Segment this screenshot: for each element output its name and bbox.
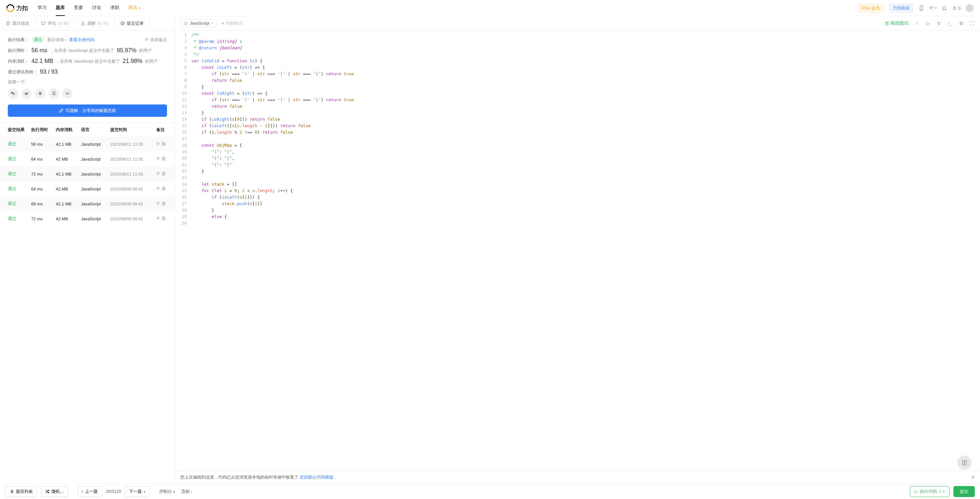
tab-description[interactable]: 题目描述 (0, 16, 35, 30)
editor-toolbar: JavaScript ▾ 智能模式 模拟面试 i ▷ ↻ ›_ ⚙ ⛶ (175, 16, 980, 30)
play-icon[interactable]: ▷ (926, 21, 931, 26)
reset-icon[interactable]: ↻ (937, 21, 942, 26)
cell-memory: 42.1 MB (56, 142, 81, 147)
run-button[interactable]: ▷ 执行代码 ▾ (910, 486, 950, 497)
cell-note[interactable]: 添 (156, 141, 167, 147)
nav-store[interactable]: 商店▾ (129, 0, 140, 16)
table-row[interactable]: 通过56 ms42.1 MBJavaScript2023/06/11 11:35… (0, 137, 175, 151)
flag-icon (156, 172, 160, 176)
add-note-button[interactable]: 添加备注 (145, 37, 167, 43)
code-editor[interactable]: 1/**2 * @param {string} s3 * @return {bo… (175, 30, 980, 471)
shuffle-icon (45, 489, 49, 494)
tab-submissions[interactable]: 提交记录 (115, 16, 150, 30)
info-icon (184, 21, 188, 25)
table-row[interactable]: 通过72 ms42 MBJavaScript2023/06/09 08:41添 (0, 211, 175, 226)
footer: 题目列表 随机... ‹ 上一题 20/3120 下一题 › 控制台 ▴ 贡献 … (0, 483, 980, 499)
table-row[interactable]: 通过68 ms42.1 MBJavaScript2023/06/09 08:41… (0, 196, 175, 211)
comment-icon (41, 21, 46, 26)
cell-note[interactable]: 添 (156, 216, 167, 222)
table-header: 提交结果 执行用时 内存消耗 语言 提交时间 备注 (0, 123, 175, 137)
problem-tabs: 题目描述 评论 (5.3k) 题解 (9.7k) 提交记录 (0, 16, 175, 30)
left-scroll[interactable]: 执行结果： 通过 显示详情 › 查看示例代码 添加备注 执行用时： 56 ms … (0, 30, 175, 483)
mock-interview-button[interactable]: 模拟面试 (885, 21, 908, 26)
share-label: 炫耀一下: (8, 79, 167, 85)
qq-icon[interactable] (35, 88, 45, 99)
next-button[interactable]: 下一题 › (125, 486, 149, 497)
cell-note[interactable]: 添 (156, 186, 167, 192)
nav-contest[interactable]: 竞赛 (74, 0, 83, 16)
smart-mode[interactable]: 智能模式 (222, 21, 243, 26)
linkedin-icon[interactable]: in (62, 88, 73, 99)
info-icon[interactable]: i (915, 21, 920, 26)
console-tab[interactable]: 控制台 ▴ (159, 489, 175, 494)
notes-fab[interactable] (957, 456, 972, 470)
memory-pct: 21.98% (123, 58, 142, 65)
cell-lang: JavaScript (81, 217, 110, 221)
table-row[interactable]: 通过64 ms42 MBJavaScript2023/06/11 11:35添 (0, 151, 175, 166)
runtime-pct: 95.97% (117, 47, 137, 54)
svg-point-1 (921, 10, 922, 10)
problem-list-button[interactable]: 题目列表 (5, 486, 37, 497)
contribute-tab[interactable]: 贡献 i (181, 489, 192, 494)
cell-result[interactable]: 通过 (8, 171, 31, 177)
language-switch[interactable]: 中 ▾ (929, 5, 937, 11)
restore-bar: 您上次编辑到这里，代码已从您浏览器本地的临时存储中恢复了 还原默认代码模版 ✕ (175, 471, 980, 483)
right-panel: JavaScript ▾ 智能模式 模拟面试 i ▷ ↻ ›_ ⚙ ⛶ 1/**… (175, 16, 980, 483)
fullscreen-icon[interactable]: ⛶ (970, 21, 975, 26)
tab-solutions[interactable]: 题解 (9.7k) (75, 16, 115, 30)
chevron-down-icon: ▾ (212, 21, 213, 25)
nav-jobs[interactable]: 求职 (110, 0, 119, 16)
cell-memory: 42.1 MB (56, 172, 81, 177)
logo[interactable]: 力扣 (6, 4, 28, 12)
tab-comments[interactable]: 评论 (5.3k) (35, 16, 75, 30)
flag-icon (156, 217, 160, 221)
svg-point-6 (25, 92, 28, 95)
bell-icon[interactable] (942, 5, 947, 11)
douban-icon[interactable]: 豆 (49, 88, 59, 99)
terminal-icon[interactable]: ›_ (948, 21, 953, 26)
cell-lang: JavaScript (81, 157, 110, 161)
cell-note[interactable]: 添 (156, 171, 167, 177)
cell-note[interactable]: 添 (156, 156, 167, 162)
interview-button[interactable]: 力扣面试 (889, 3, 913, 13)
write-solution-button[interactable]: 写题解，分享我的解题思路 (8, 104, 167, 117)
restore-link[interactable]: 还原默认代码模版 (300, 474, 333, 480)
runtime-value: 56 ms (32, 47, 47, 54)
nav-links: 学习 题库 竞赛 讨论 求职 商店▾ (38, 0, 140, 16)
fire-counter[interactable]: 0 (952, 5, 961, 11)
nav-study[interactable]: 学习 (38, 0, 47, 16)
logo-icon (5, 3, 16, 14)
wechat-icon[interactable] (8, 88, 18, 99)
cell-result[interactable]: 通过 (8, 141, 31, 147)
avatar[interactable] (966, 4, 974, 12)
table-row[interactable]: 通过72 ms42.1 MBJavaScript2023/06/11 11:35… (0, 166, 175, 181)
prev-button[interactable]: ‹ 上一题 (78, 486, 102, 497)
nav-discuss[interactable]: 讨论 (92, 0, 101, 16)
language-select[interactable]: JavaScript ▾ (180, 19, 216, 27)
cell-result[interactable]: 通过 (8, 186, 31, 192)
flag-icon (156, 142, 160, 146)
show-detail-link[interactable]: 显示详情 › (47, 37, 67, 43)
cell-runtime: 72 ms (31, 172, 56, 177)
mobile-icon[interactable] (919, 5, 924, 11)
weibo-icon[interactable] (21, 88, 32, 99)
flag-icon (145, 38, 149, 42)
cell-note[interactable]: 添 (156, 201, 167, 207)
settings-icon[interactable]: ⚙ (959, 21, 964, 26)
close-icon[interactable]: ✕ (971, 475, 975, 480)
nav-problems[interactable]: 题库 (56, 0, 65, 16)
submit-button[interactable]: 提交 (953, 486, 975, 497)
table-row[interactable]: 通过64 ms42 MBJavaScript2023/06/09 08:41添 (0, 181, 175, 196)
cell-time: 2023/06/09 08:41 (110, 201, 156, 206)
document-icon (6, 21, 10, 26)
share-icons: 豆 in (8, 88, 167, 99)
cell-time: 2023/06/11 11:35 (110, 142, 156, 147)
cell-result[interactable]: 通过 (8, 216, 31, 222)
view-sample-link[interactable]: 查看示例代码 (69, 37, 94, 43)
cell-result[interactable]: 通过 (8, 201, 31, 207)
alarm-icon (885, 21, 889, 26)
plus-button[interactable]: Plus 会员 (858, 3, 884, 13)
random-button[interactable]: 随机... (41, 486, 68, 497)
cell-result[interactable]: 通过 (8, 156, 31, 162)
cell-lang: JavaScript (81, 172, 110, 177)
